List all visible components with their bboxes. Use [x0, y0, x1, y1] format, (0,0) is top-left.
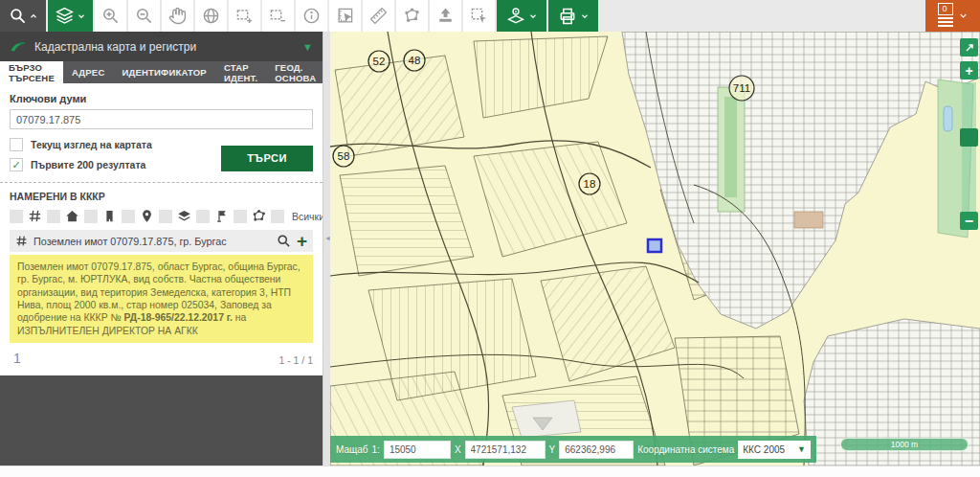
region-label: 52	[373, 56, 386, 67]
sidebar-empty-area	[0, 375, 323, 466]
zoom-out-icon	[135, 7, 153, 25]
chevron-down-icon: ▼	[797, 444, 806, 454]
count-box	[234, 210, 247, 223]
map-zoom-out-button[interactable]: −	[960, 212, 978, 230]
map-zoom-in-button[interactable]: +	[960, 61, 978, 80]
module-label: Кадастрална карта и регистри	[34, 40, 196, 54]
location-pin-icon[interactable]	[140, 209, 154, 223]
map-statusbar: Мащаб 1: X Y Координатна система ККС 200…	[330, 436, 816, 463]
measure-area-button[interactable]	[396, 0, 428, 32]
results-header: НАМЕРЕНИ В КККР	[10, 191, 313, 202]
zoom-to-result-icon[interactable]	[277, 234, 291, 248]
scale-input[interactable]	[384, 441, 451, 459]
house-icon[interactable]	[65, 209, 79, 223]
ruler-icon	[369, 7, 388, 25]
module-logo-icon	[10, 40, 27, 54]
map-sheet-icon	[336, 7, 354, 25]
layer-legend-button[interactable]	[497, 0, 546, 32]
cadastral-basemap: 52 48 711 58 18	[330, 32, 980, 466]
export-icon	[436, 7, 455, 25]
pan-hand-icon	[168, 7, 187, 25]
scale-bar: 1000 m	[840, 438, 969, 451]
tab-quick-search[interactable]: БЪРЗО ТЪРСЕНЕ	[0, 61, 63, 83]
box-select-icon	[470, 7, 488, 25]
tab-identifier[interactable]: ИДЕНТИФИКАТОР	[113, 61, 214, 83]
x-coordinate-input[interactable]	[465, 441, 546, 459]
minus-icon: −	[965, 213, 973, 230]
region-label: 48	[409, 55, 421, 66]
count-box	[10, 210, 23, 223]
cadastre-app: 0 Кадастрална карта и регистри ▼ БЪРЗО Т…	[0, 0, 980, 477]
box-zoom-in-button[interactable]	[229, 0, 260, 32]
globe-icon	[202, 7, 220, 25]
layer-info-icon	[506, 7, 525, 26]
selected-parcel[interactable]	[648, 239, 661, 252]
count-box	[122, 210, 135, 223]
count-box	[84, 210, 98, 223]
search-tabs: БЪРЗО ТЪРСЕНЕ АДРЕС ИДЕНТИФИКАТОР СТАР И…	[0, 61, 323, 83]
printer-icon	[558, 7, 577, 26]
y-coordinate-input[interactable]	[559, 441, 634, 459]
first-200-label: Първите 200 резултата	[31, 159, 145, 170]
tab-geodetic-basis[interactable]: ГЕОД. ОСНОВА	[266, 61, 324, 83]
expand-button[interactable]	[960, 38, 978, 57]
polygon-measure-icon	[403, 7, 421, 25]
print-button[interactable]	[548, 0, 598, 32]
page-range: 1 - 1 / 1	[278, 354, 313, 366]
search-sidebar: Кадастрална карта и регистри ▼ БЪРЗО ТЪР…	[0, 32, 323, 466]
add-result-icon[interactable]: +	[297, 235, 307, 248]
map-viewport[interactable]: 52 48 711 58 18 Мащаб 1: X Y Координатна…	[330, 32, 980, 466]
diagonal-arrow-icon	[964, 42, 975, 54]
building-icon[interactable]	[102, 209, 117, 223]
chevron-down-icon: ▼	[302, 41, 313, 53]
page-number[interactable]: 1	[10, 351, 21, 366]
overview-map-button[interactable]	[195, 0, 227, 32]
search-tools-button[interactable]	[0, 0, 46, 32]
result-item-title: Поземлен имот 07079.17.875, гр. Бургас	[33, 236, 271, 247]
crs-label: Координатна система	[637, 444, 734, 455]
result-type-filters: Всички	[10, 209, 313, 223]
layers-icon[interactable]	[177, 209, 191, 223]
top-toolbar: 0	[0, 0, 980, 32]
zoom-out-button[interactable]	[128, 0, 160, 32]
zoom-in-button[interactable]	[95, 0, 126, 32]
box-zoom-out-icon	[269, 7, 287, 25]
menu-button[interactable]: 0	[925, 0, 980, 32]
first-200-checkbox[interactable]: ✓	[10, 158, 23, 171]
result-details: Поземлен имот 07079.17.875, област Бурга…	[10, 255, 313, 343]
crs-select[interactable]: ККС 2005 ▼	[738, 441, 811, 459]
count-box	[271, 210, 284, 223]
info-button[interactable]	[296, 0, 327, 32]
region-label: 18	[584, 178, 596, 190]
print-extent-button[interactable]	[329, 0, 361, 32]
count-box	[196, 210, 210, 223]
zoom-slider-track[interactable]	[962, 82, 976, 229]
polygon-icon[interactable]	[252, 209, 266, 223]
zoom-in-icon	[101, 7, 120, 25]
pagination: 1 1 - 1 / 1	[10, 351, 313, 366]
measure-button[interactable]	[363, 0, 394, 32]
export-button[interactable]	[430, 0, 461, 32]
result-item[interactable]: Поземлен имот 07079.17.875, гр. Бургас +	[10, 230, 313, 252]
pan-button[interactable]	[162, 0, 193, 32]
keywords-input[interactable]	[10, 109, 313, 129]
info-icon	[302, 7, 321, 25]
select-region-button[interactable]	[463, 0, 495, 32]
tab-old-identifier[interactable]: СТАР ИДЕНТ.	[215, 61, 266, 83]
plus-icon: +	[965, 63, 972, 79]
flag-icon[interactable]	[214, 209, 229, 223]
sidebar-collapse-handle[interactable]: ◄	[323, 32, 330, 466]
zoom-slider-handle[interactable]	[960, 128, 978, 147]
current-view-label: Текущ изглед на картата	[31, 139, 152, 150]
parcel-grid-icon[interactable]	[28, 209, 42, 223]
bottom-strip	[0, 466, 980, 477]
search-button[interactable]: ТЪРСИ	[221, 146, 313, 171]
count-box	[47, 210, 60, 223]
current-view-checkbox[interactable]	[10, 138, 23, 151]
box-zoom-out-button[interactable]	[262, 0, 294, 32]
chevron-down-icon	[580, 11, 590, 21]
all-filter-label[interactable]: Всички	[292, 211, 324, 222]
layers-button[interactable]	[48, 0, 93, 32]
module-selector[interactable]: Кадастрална карта и регистри ▼	[0, 32, 323, 61]
tab-address[interactable]: АДРЕС	[63, 61, 114, 83]
